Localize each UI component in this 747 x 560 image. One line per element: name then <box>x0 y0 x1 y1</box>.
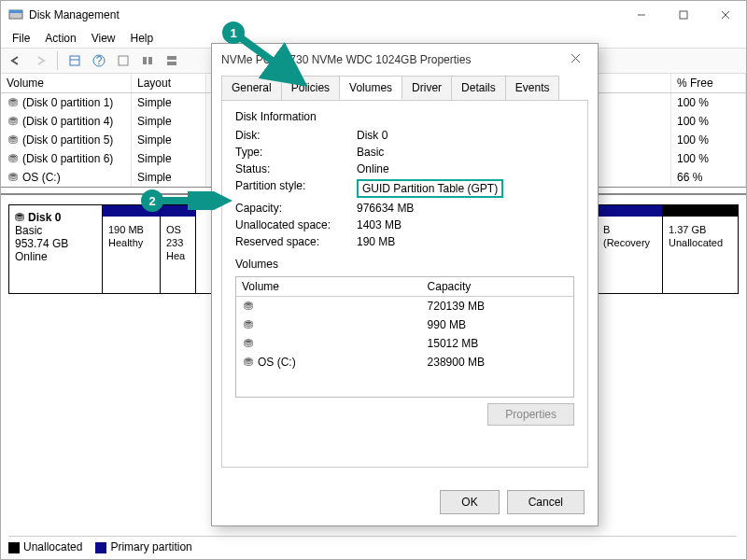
cancel-button[interactable]: Cancel <box>507 490 585 514</box>
tab-details[interactable]: Details <box>451 76 506 100</box>
label-type: Type: <box>235 146 357 159</box>
dialog-close-button[interactable] <box>562 53 588 66</box>
col-layout[interactable]: Layout <box>132 74 206 92</box>
tab-volumes[interactable]: Volumes <box>339 76 402 100</box>
legend-label: Primary partition <box>110 540 191 553</box>
volume-pctfree: 66 % <box>671 168 746 187</box>
subtable-row[interactable]: ⛃15012 MB <box>236 334 573 353</box>
menu-file[interactable]: File <box>7 30 35 47</box>
subtable-row[interactable]: ⛃720139 MB <box>236 297 573 315</box>
annotation-badge-1: 1 <box>222 21 245 44</box>
volume-pctfree: 100 % <box>671 149 746 168</box>
partition-unallocated[interactable]: 1.37 GBUnallocated <box>663 205 738 293</box>
disk-type: Basic <box>15 224 96 237</box>
disk-title: Disk 0 <box>28 211 61 224</box>
label-capacity: Capacity: <box>235 202 357 215</box>
volume-properties-button[interactable]: Properties <box>487 403 574 426</box>
legend-label: Unallocated <box>23 540 82 553</box>
partition[interactable]: 190 MBHealthy <box>103 205 161 293</box>
toolbar-btn-1[interactable] <box>63 50 86 71</box>
titlebar: Disk Management <box>1 1 746 29</box>
value-reserved: 190 MB <box>357 235 574 248</box>
window-title: Disk Management <box>29 8 120 21</box>
disk-info-group: Disk Information <box>235 110 574 123</box>
drive-icon: ⛃ <box>242 318 255 331</box>
partition-label: 1.37 GBUnallocated <box>669 224 732 250</box>
partition[interactable]: OS233Hea <box>161 205 196 293</box>
svg-text:?: ? <box>96 54 103 67</box>
volume-layout: Simple <box>132 93 206 112</box>
annotation-arrow-1 <box>236 34 311 90</box>
menu-view[interactable]: View <box>86 30 121 47</box>
col-pctfree[interactable]: % Free <box>671 74 746 92</box>
label-unallocated: Unallocated space: <box>235 218 357 231</box>
svg-rect-1 <box>9 10 22 13</box>
svg-rect-14 <box>167 62 176 65</box>
drive-icon: ⛃ <box>242 300 255 313</box>
drive-icon: ⛃ <box>242 356 255 369</box>
partition-label: 190 MBHealthy <box>108 224 154 250</box>
volume-name: (Disk 0 partition 6) <box>22 152 113 165</box>
close-button[interactable] <box>704 1 746 29</box>
label-status: Status: <box>235 162 357 175</box>
volume-name: OS (C:) <box>22 171 61 184</box>
toolbar-btn-4[interactable] <box>136 50 159 71</box>
svg-line-15 <box>240 37 302 82</box>
legend-swatch-primary <box>95 542 106 553</box>
volume-pctfree: 100 % <box>671 112 746 131</box>
subrow-capacity: 238900 MB <box>422 353 573 371</box>
legend-swatch-unallocated <box>8 542 20 553</box>
toolbar-btn-5[interactable] <box>161 50 183 71</box>
disk-properties-dialog: NVMe PC SN730 NVMe WDC 1024GB Properties… <box>211 43 599 526</box>
subtable-row[interactable]: ⛃990 MB <box>236 315 573 334</box>
annotation-arrow-2 <box>158 191 233 210</box>
volumes-group: Volumes <box>235 258 574 271</box>
volume-layout: Simple <box>132 112 206 131</box>
value-unallocated: 1403 MB <box>357 218 574 231</box>
subrow-capacity: 720139 MB <box>422 297 573 315</box>
drive-icon: ⛃ <box>7 171 20 184</box>
subcol-capacity[interactable]: Capacity <box>422 277 573 296</box>
help-button[interactable]: ? <box>88 50 110 71</box>
volume-layout: Simple <box>132 168 206 187</box>
svg-rect-11 <box>143 57 147 64</box>
label-reserved: Reserved space: <box>235 235 357 248</box>
maximize-button[interactable] <box>662 1 704 29</box>
back-button[interactable] <box>5 50 27 71</box>
volume-pctfree: 100 % <box>671 93 746 112</box>
drive-icon: ⛃ <box>242 337 255 350</box>
drive-icon: ⛃ <box>7 96 20 109</box>
svg-rect-3 <box>680 11 687 19</box>
label-partition-style: Partition style: <box>235 179 357 198</box>
volume-pctfree: 100 % <box>671 131 746 149</box>
value-status: Online <box>357 162 574 175</box>
partition[interactable]: B(Recovery <box>598 205 663 293</box>
volume-name: (Disk 0 partition 1) <box>22 96 113 109</box>
ok-button[interactable]: OK <box>440 490 499 514</box>
volume-name: (Disk 0 partition 4) <box>22 115 113 128</box>
forward-button[interactable] <box>29 50 51 71</box>
svg-rect-10 <box>119 56 128 65</box>
toolbar-btn-3[interactable] <box>112 50 134 71</box>
subtable-row[interactable]: ⛃OS (C:)238900 MB <box>236 353 573 371</box>
volumes-subtable: Volume Capacity ⛃720139 MB ⛃990 MB ⛃1501… <box>235 276 574 398</box>
tab-volumes-page: Disk Information Disk:Disk 0 Type:Basic … <box>221 100 588 468</box>
partition-label: OS233Hea <box>166 224 190 262</box>
minimize-button[interactable] <box>620 1 662 29</box>
tab-events[interactable]: Events <box>505 76 560 100</box>
menu-help[interactable]: Help <box>125 30 160 47</box>
subrow-capacity: 15012 MB <box>422 334 573 353</box>
col-volume[interactable]: Volume <box>1 74 132 92</box>
disk-icon: ⛃ <box>15 211 24 224</box>
tab-driver[interactable]: Driver <box>402 76 452 100</box>
subcol-volume[interactable]: Volume <box>236 277 422 296</box>
disk-status: Online <box>15 250 96 263</box>
disk-size: 953.74 GB <box>15 237 96 250</box>
disk-header[interactable]: ⛃Disk 0 Basic 953.74 GB Online <box>9 205 103 293</box>
value-type: Basic <box>357 146 574 159</box>
value-disk: Disk 0 <box>357 129 574 142</box>
svg-rect-6 <box>70 56 79 65</box>
menu-action[interactable]: Action <box>39 30 81 47</box>
app-icon <box>8 7 23 24</box>
subrow-name: OS (C:) <box>258 356 296 369</box>
